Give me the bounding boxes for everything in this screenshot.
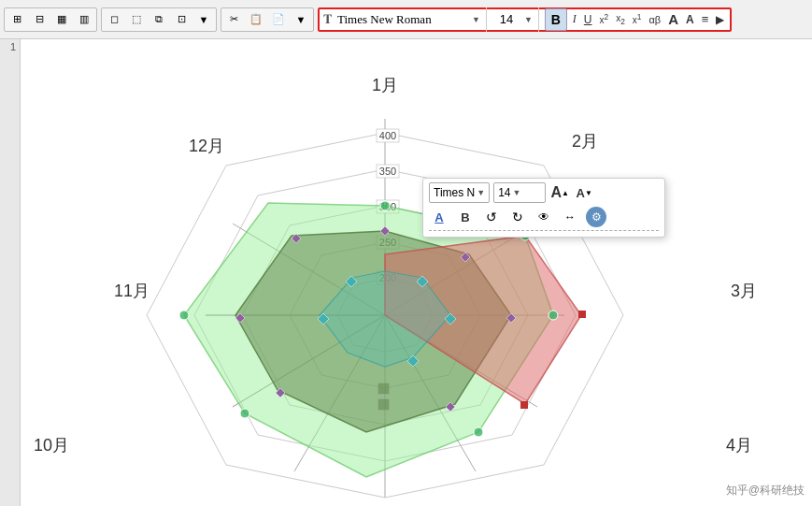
alpha-beta-button[interactable]: αβ: [647, 14, 662, 25]
ft-font-name-label: Times N: [434, 186, 475, 199]
superscript-button[interactable]: x2: [598, 12, 611, 25]
toolbar-btn-1[interactable]: ⊞: [7, 9, 27, 30]
toolbar-btn-6[interactable]: ⬚: [126, 9, 147, 30]
subscript-button[interactable]: x2: [614, 13, 627, 26]
subscript2-button[interactable]: x1: [631, 12, 644, 25]
toolbar-group-1: ⊞ ⊟ ▦ ▥: [4, 7, 97, 32]
point-s3-1: [578, 311, 586, 318]
ft-redo-btn[interactable]: ↻: [507, 207, 528, 227]
toolbar-btn-7[interactable]: ⧉: [149, 9, 169, 30]
ft-size-chevron[interactable]: ▼: [513, 188, 521, 197]
ft-font-name-select[interactable]: Times N ▼: [429, 182, 490, 203]
font-type-icon: 𝐓: [323, 11, 332, 27]
ft-font-chevron[interactable]: ▼: [477, 188, 485, 197]
toolbar-separator-2: [538, 7, 539, 32]
font-selector[interactable]: 𝐓 ▼ ▼ B I U x2 x2 x1 αβ A A ≡ ▶: [318, 7, 732, 32]
floating-toolbar-divider: [429, 230, 659, 233]
italic-button[interactable]: I: [571, 12, 578, 26]
toolbar-separator-1: [486, 7, 487, 32]
toolbar-btn-8[interactable]: ⊡: [171, 9, 192, 30]
radar-chart-svg: 400 350 300 250 200 1月 2月 3月 4月 10月 11月 …: [21, 39, 812, 506]
ft-increase-icon: A: [550, 184, 562, 201]
font-name-input[interactable]: [337, 12, 468, 27]
ft-connector-btn[interactable]: ↔: [560, 207, 580, 227]
ft-up-arrow: ▲: [562, 189, 569, 197]
legend-1: [378, 383, 389, 394]
underline-button[interactable]: U: [582, 13, 594, 26]
ft-eye-btn[interactable]: 👁: [534, 207, 554, 227]
ft-bold-b-btn[interactable]: B: [455, 207, 476, 227]
point-s1-6: [179, 311, 189, 320]
ft-eye-icon: 👁: [538, 210, 549, 224]
more-button[interactable]: ▶: [714, 13, 726, 26]
toolbar-btn-3[interactable]: ▦: [51, 9, 72, 30]
toolbar-btn-2[interactable]: ⊟: [29, 9, 50, 30]
label-10月: 10月: [34, 436, 69, 455]
toolbar-btn-9[interactable]: ▼: [193, 9, 214, 30]
font-name-chevron[interactable]: ▼: [472, 15, 480, 24]
main-toolbar: ⊞ ⊟ ▦ ▥ ◻ ⬚ ⧉ ⊡ ▼ ✂ 📋 📄 ▼ 𝐓 ▼ ▼ B I U x2…: [0, 0, 812, 39]
ft-gear-btn[interactable]: ⚙: [586, 207, 606, 227]
point-s3-2: [520, 401, 528, 409]
align-button[interactable]: ≡: [700, 12, 711, 26]
ft-font-size-select[interactable]: 14 ▼: [493, 182, 546, 203]
toolbar-btn-11[interactable]: 📋: [246, 9, 266, 30]
floating-toolbar: Times N ▼ 14 ▼ A▲ A▼ A B ↺: [422, 178, 665, 238]
font-size-input[interactable]: [492, 12, 520, 26]
axis-label-400: 400: [379, 130, 396, 141]
toolbar-btn-10[interactable]: ✂: [223, 9, 244, 30]
label-3月: 3月: [731, 282, 757, 300]
point-s1-3: [548, 311, 558, 320]
content-area: 400 350 300 250 200 1月 2月 3月 4月 10月 11月 …: [21, 39, 812, 506]
point-s1-1: [380, 201, 390, 210]
ft-redo-icon: ↻: [512, 210, 523, 224]
font-size-chevron[interactable]: ▼: [524, 15, 533, 24]
line-number-1: 1: [0, 39, 20, 54]
ft-underline-a-btn[interactable]: A: [429, 207, 449, 227]
floating-toolbar-row1: Times N ▼ 14 ▼ A▲ A▼: [429, 182, 659, 203]
ft-b-icon: B: [461, 210, 469, 224]
font-size-up-button[interactable]: A: [666, 11, 680, 27]
ft-decrease-icon: A: [577, 186, 585, 200]
toolbar-btn-5[interactable]: ◻: [104, 9, 124, 30]
axis-label-350: 350: [379, 166, 396, 177]
ft-gear-icon: ⚙: [591, 210, 602, 224]
font-size-down-button[interactable]: A: [684, 13, 696, 26]
ft-connector-icon: ↔: [564, 210, 576, 224]
toolbar-btn-13[interactable]: ▼: [291, 9, 311, 30]
bold-button[interactable]: B: [545, 8, 567, 31]
ft-decrease-font-btn[interactable]: A▼: [574, 182, 594, 203]
legend-2: [378, 399, 389, 410]
toolbar-btn-4[interactable]: ▥: [74, 9, 94, 30]
ft-down-arrow: ▼: [585, 189, 592, 197]
toolbar-group-3: ✂ 📋 📄 ▼: [221, 7, 314, 32]
label-12月: 12月: [189, 137, 224, 155]
point-s1-4: [474, 427, 483, 437]
ft-undo-icon: ↺: [486, 210, 497, 224]
ft-a-underline-icon: A: [434, 210, 443, 224]
watermark: 知乎@科研绝技: [726, 483, 805, 499]
ft-undo-btn[interactable]: ↺: [481, 207, 502, 227]
floating-toolbar-row2: A B ↺ ↻ 👁 ↔ ⚙: [429, 207, 659, 227]
label-1月: 1月: [372, 76, 398, 94]
label-4月: 4月: [726, 436, 752, 455]
label-11月: 11月: [114, 282, 150, 300]
toolbar-group-2: ◻ ⬚ ⧉ ⊡ ▼: [101, 7, 217, 32]
toolbar-btn-12[interactable]: 📄: [268, 9, 289, 30]
point-s1-5: [240, 409, 249, 418]
label-2月: 2月: [572, 132, 598, 151]
chart-container: 400 350 300 250 200 1月 2月 3月 4月 10月 11月 …: [21, 39, 812, 506]
ft-font-size-label: 14: [498, 186, 510, 199]
line-number-bar: 1: [0, 39, 21, 506]
ft-increase-font-btn[interactable]: A▲: [549, 182, 570, 203]
